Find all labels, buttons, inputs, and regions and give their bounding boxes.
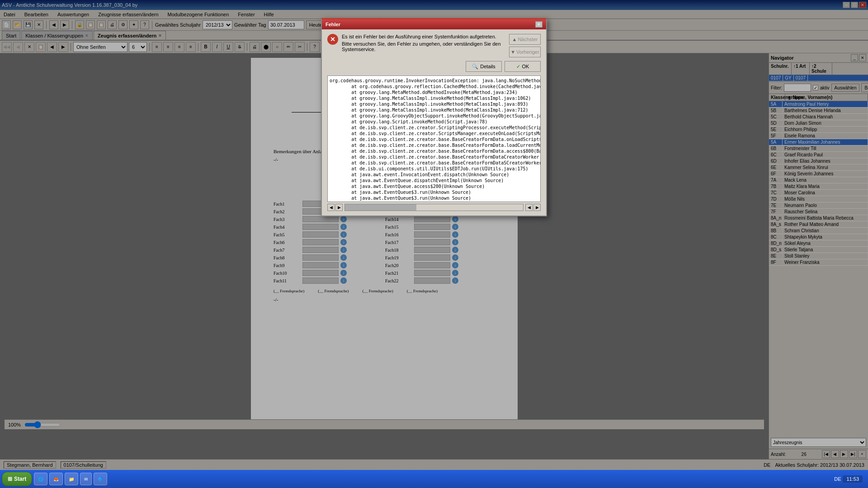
scroll-more-btns: ◀ ▶ [525,204,541,211]
scroll-more-right[interactable]: ▶ [533,204,541,211]
scroll-right-btn[interactable]: ▶ [335,204,343,211]
dialog-title-bar: Fehler ✕ [322,19,546,29]
vorheriger-button[interactable]: ▼ Vorheriger [509,47,541,57]
dialog-title: Fehler [326,22,340,27]
naechster-button[interactable]: ▲ Nächster [509,34,541,45]
asv-icon: 🔷 [98,477,103,482]
dialog-buttons: 🔍 Details ✓ OK [327,61,541,72]
firefox-icon: 🦊 [53,477,59,482]
scroll-more-left[interactable]: ◀ [525,204,533,211]
error-dialog: Fehler ✕ ✕ Es ist ein Fehler bei der Aus… [321,18,547,216]
dialog-body: ✕ Es ist ein Fehler bei der Ausführung e… [322,29,546,216]
taskbar-tray: DE 11:53 [834,475,866,483]
scroll-left-btns: ◀ ▶ [327,204,343,211]
hscroll-thumb [345,204,416,211]
dialog-msg-text: Es ist ein Fehler bei der Ausführung ein… [342,34,505,57]
taskbar-app-ff[interactable]: 🦊 [49,473,63,485]
start-button[interactable]: ⊞ Start [2,472,32,486]
taskbar-app-outlook[interactable]: ✉ [80,473,92,485]
outlook-icon: ✉ [84,477,88,482]
taskbar: ⊞ Start 🌐 🦊 📁 ✉ 🔷 DE 11:53 [0,470,868,488]
scroll-left-btn[interactable]: ◀ [327,204,335,211]
taskbar-app-ie[interactable]: 🌐 [34,473,47,485]
details-button[interactable]: 🔍 Details [466,61,502,72]
locale-display: DE [834,476,841,482]
scroll-controls: ◀ ▶ ◀ ▶ [327,204,541,211]
folder-icon: 📁 [69,477,74,482]
error-icon: ✕ [327,34,338,45]
ok-button[interactable]: ✓ OK [505,61,541,72]
clock-time: 11:53 [846,476,859,482]
clock-display: 11:53 [843,475,863,483]
dialog-close-btn[interactable]: ✕ [535,21,542,28]
dialog-msg1: Es ist ein Fehler bei der Ausführung ein… [342,34,505,39]
taskbar-app-asv[interactable]: 🔷 [94,473,107,485]
dialog-nav-btns: ▲ Nächster ▼ Vorheriger [509,34,541,57]
details-icon: 🔍 [472,64,478,70]
ok-icon: ✓ [516,64,520,70]
dialog-msg2: Bitte versuchen Sie, den Fehler zu umgeh… [342,41,505,52]
stacktrace-area[interactable]: org.codehaus.groovy.runtime.InvokerInvoc… [327,75,541,202]
error-overlay: Fehler ✕ ✕ Es ist ein Fehler bei der Aus… [0,0,868,488]
windows-icon: ⊞ [8,476,12,482]
hscrollbar[interactable] [344,204,524,211]
stacktrace-text: org.codehaus.groovy.runtime.InvokerInvoc… [330,78,538,202]
ie-icon: 🌐 [38,477,43,482]
taskbar-app-explorer[interactable]: 📁 [65,473,78,485]
dialog-message: ✕ Es ist ein Fehler bei der Ausführung e… [327,34,541,57]
